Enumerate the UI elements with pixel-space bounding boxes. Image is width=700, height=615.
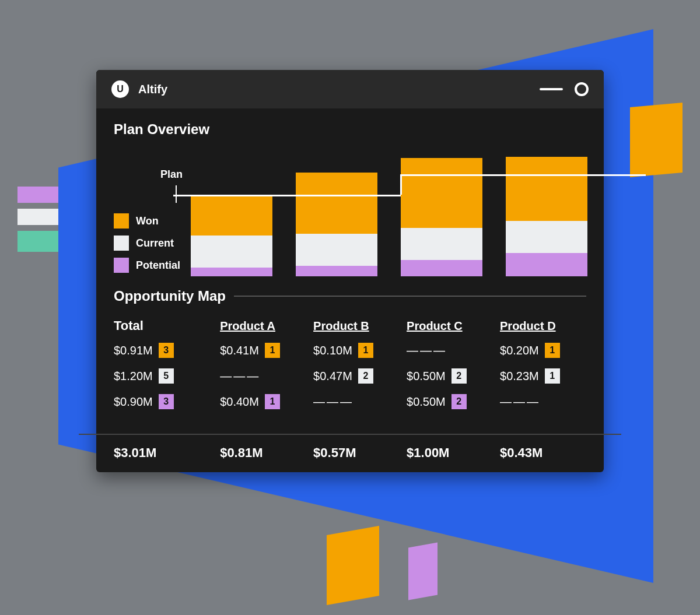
table-cell: $0.50M2 (407, 368, 493, 384)
legend-potential-swatch-icon (114, 258, 129, 273)
table-cell: ——— (500, 395, 586, 409)
count-badge: 5 (159, 368, 174, 384)
chart-bar (191, 195, 272, 276)
cell-amount: $0.90M (114, 395, 153, 409)
legend-potential: Potential (114, 258, 180, 273)
col-product[interactable]: Product A (220, 319, 306, 333)
chart-bar-segment (191, 236, 272, 268)
col-product[interactable]: Product D (500, 319, 586, 333)
legend-won-label: Won (136, 215, 159, 227)
plan-tick-icon (176, 185, 177, 203)
chart-bar-segment (296, 173, 377, 234)
footer-total: $0.43M (500, 445, 586, 461)
plan-overview-chart: Plan Won Current Potential (114, 142, 586, 276)
count-badge: 2 (358, 368, 373, 384)
opportunity-map-title: Opportunity Map (114, 288, 226, 304)
bg-rect-orange-right (630, 103, 682, 177)
table-cell: $0.91M3 (114, 343, 213, 358)
col-product[interactable]: Product B (313, 319, 400, 333)
cell-amount: $0.41M (220, 344, 259, 357)
chart-bar-segment (401, 158, 482, 228)
plan-line-segment (401, 174, 646, 176)
chart-bar-segment (506, 221, 587, 253)
close-icon[interactable] (575, 82, 589, 96)
count-badge: 1 (545, 368, 560, 384)
bg-rect-purple-bottom (408, 543, 438, 600)
count-badge: 3 (159, 394, 174, 409)
app-window: U Altify Plan Overview Plan Won Current (96, 70, 604, 472)
table-cell: $0.40M1 (220, 394, 306, 409)
opportunity-table: TotalProduct AProduct BProduct CProduct … (114, 312, 586, 430)
app-logo-icon: U (111, 80, 129, 98)
chart-bar-segment (191, 195, 272, 236)
col-product[interactable]: Product C (407, 319, 493, 333)
empty-cell: ——— (220, 370, 260, 383)
count-badge: 1 (265, 343, 280, 358)
cell-amount: $0.40M (220, 395, 259, 409)
table-cell: $0.41M1 (220, 343, 306, 358)
window-controls (540, 82, 589, 96)
footer-total: $0.81M (220, 445, 306, 461)
opportunity-table-header: TotalProduct AProduct BProduct CProduct … (114, 318, 586, 333)
chart-bar-segment (506, 253, 587, 276)
count-badge: 2 (452, 394, 467, 409)
legend-won: Won (114, 213, 180, 229)
section-divider (234, 296, 586, 297)
cell-amount: $0.20M (500, 344, 539, 357)
table-cell: $1.20M5 (114, 368, 213, 384)
cell-amount: $0.50M (407, 395, 446, 409)
chart-bar-segment (296, 266, 377, 276)
empty-cell: ——— (313, 395, 354, 409)
titlebar: U Altify (96, 70, 604, 108)
chart-bar-segment (191, 268, 272, 276)
chart-bar-segment (506, 157, 587, 221)
table-cell: $0.47M2 (313, 368, 400, 384)
cell-amount: $0.91M (114, 344, 153, 357)
table-row: $0.90M3$0.40M1———$0.50M2——— (114, 394, 586, 409)
table-cell: $0.90M3 (114, 394, 213, 409)
app-title: Altify (138, 83, 167, 96)
col-total: Total (114, 318, 213, 333)
table-cell: $0.10M1 (313, 343, 400, 358)
minimize-icon[interactable] (540, 88, 563, 90)
table-row: $1.20M5———$0.47M2$0.50M2$0.23M1 (114, 368, 586, 384)
plan-line-segment (173, 195, 401, 196)
legend-current-label: Current (136, 237, 174, 249)
cell-amount: $0.23M (500, 370, 539, 383)
legend-won-swatch-icon (114, 213, 129, 229)
footer-total: $3.01M (114, 445, 213, 461)
plan-overview-title: Plan Overview (114, 121, 586, 138)
chart-legend: Plan Won Current Potential (114, 168, 180, 276)
empty-cell: ——— (407, 344, 447, 357)
chart-bar-segment (401, 260, 482, 276)
chart-bar-segment (296, 234, 377, 266)
empty-cell: ——— (500, 395, 540, 409)
legend-current: Current (114, 236, 180, 251)
legend-potential-label: Potential (136, 259, 180, 272)
count-badge: 3 (159, 343, 174, 358)
count-badge: 1 (358, 343, 373, 358)
count-badge: 2 (452, 368, 467, 384)
table-cell: ——— (220, 370, 306, 383)
footer-total: $0.57M (313, 445, 400, 461)
chart-bar (296, 173, 377, 276)
legend-current-swatch-icon (114, 236, 129, 251)
opportunity-table-footer: $3.01M$0.81M$0.57M$1.00M$0.43M (96, 435, 604, 472)
chart-bars (191, 142, 587, 276)
footer-total: $1.00M (407, 445, 493, 461)
cell-amount: $0.47M (313, 370, 352, 383)
table-cell: ——— (313, 395, 400, 409)
table-cell: $0.20M1 (500, 343, 586, 358)
table-cell: $0.23M1 (500, 368, 586, 384)
chart-bar-segment (401, 228, 482, 260)
plan-line-label: Plan (160, 168, 183, 181)
cell-amount: $0.10M (313, 344, 352, 357)
bg-rect-orange-bottom (327, 526, 379, 605)
count-badge: 1 (545, 343, 560, 358)
table-cell: ——— (407, 344, 493, 357)
cell-amount: $1.20M (114, 370, 153, 383)
count-badge: 1 (265, 394, 280, 409)
plan-line-segment (400, 174, 402, 195)
table-cell: $0.50M2 (407, 394, 493, 409)
table-row: $0.91M3$0.41M1$0.10M1———$0.20M1 (114, 343, 586, 358)
